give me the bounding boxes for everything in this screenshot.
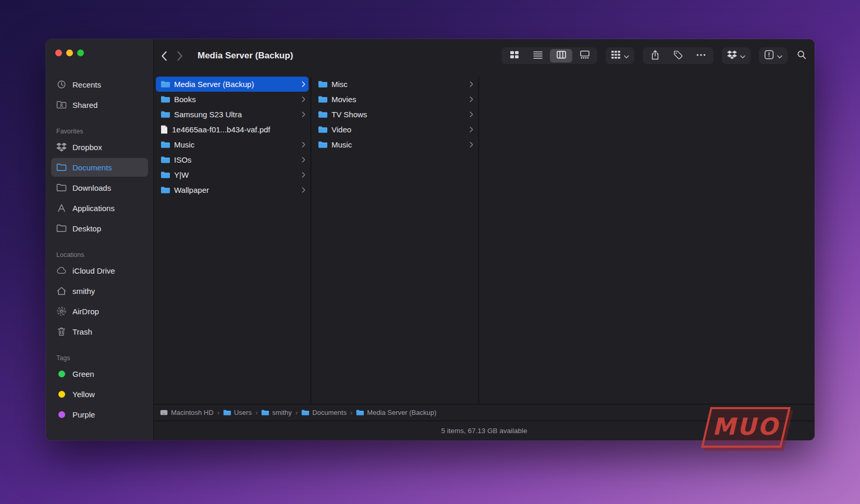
column-view-button[interactable]	[550, 49, 572, 63]
icon-view-button[interactable]	[503, 49, 525, 63]
minimize-window-button[interactable]	[66, 50, 73, 56]
file-row-samsung-s23-ultra[interactable]: Samsung S23 Ultra	[156, 107, 309, 122]
dropbox-menu-button[interactable]	[722, 47, 751, 64]
file-row-y-w[interactable]: Y|W	[156, 167, 309, 182]
share-button[interactable]	[644, 49, 667, 63]
document-icon	[161, 125, 168, 134]
path-separator: ›	[252, 409, 261, 416]
finder-column-2: MiscMoviesTV ShowsVideoMusic	[311, 77, 479, 404]
sidebar-item-shared[interactable]: Shared	[51, 95, 148, 114]
chevron-right-icon	[302, 112, 305, 117]
path-segment-users[interactable]: Users	[223, 409, 252, 416]
window-controls	[51, 47, 148, 56]
file-row-media-server-backup[interactable]: Media Server (Backup)	[156, 77, 309, 92]
folder-icon	[318, 126, 327, 133]
group-icon	[611, 50, 621, 62]
dropbox-icon	[56, 142, 67, 152]
folder-icon	[161, 80, 170, 88]
more-options-button[interactable]	[690, 49, 712, 63]
chevron-down-icon	[777, 51, 782, 60]
chevron-right-icon	[302, 157, 305, 163]
folder-icon	[161, 186, 170, 194]
muo-watermark: MUO	[706, 407, 786, 448]
file-row-tv-shows[interactable]: TV Shows	[313, 107, 476, 122]
sidebar-item-label: iCloud Drive	[72, 266, 115, 275]
folder-icon	[261, 409, 269, 416]
file-row-movies[interactable]: Movies	[313, 92, 476, 107]
chevron-right-icon	[302, 81, 305, 87]
path-separator: ›	[214, 409, 223, 416]
folder-icon	[318, 141, 327, 149]
folder-icon	[161, 95, 170, 103]
group-button[interactable]	[606, 47, 634, 64]
sidebar-item-dropbox[interactable]: Dropbox	[51, 138, 148, 156]
zoom-window-button[interactable]	[77, 50, 84, 56]
path-segment-smithy[interactable]: smithy	[261, 409, 292, 416]
gallery-view-button[interactable]	[573, 49, 596, 63]
file-row-wallpaper[interactable]: Wallpaper	[156, 182, 309, 198]
main-area: Media Server (Backup)	[154, 39, 815, 440]
file-row-books[interactable]: Books	[156, 92, 309, 107]
sidebar-item-label: Documents	[72, 163, 112, 172]
sidebar-item-purple[interactable]: Purple	[51, 405, 148, 424]
search-button[interactable]	[797, 50, 806, 62]
file-name: Media Server (Backup)	[174, 80, 298, 89]
file-row-misc[interactable]: Misc	[313, 77, 476, 92]
folder-icon	[161, 171, 170, 179]
path-segment-label: Media Server (Backup)	[367, 409, 436, 416]
sidebar-item-label: Trash	[72, 327, 92, 336]
back-button[interactable]	[161, 51, 167, 61]
forward-button[interactable]	[177, 51, 183, 61]
sidebar-item-label: Shared	[72, 101, 97, 109]
sidebar-item-smithy[interactable]: smithy	[51, 281, 148, 300]
file-name: ISOs	[174, 155, 298, 164]
sidebar-item-label: Yellow	[72, 390, 95, 399]
sidebar-item-documents[interactable]: Documents	[51, 158, 148, 177]
path-segment-label: Users	[234, 409, 252, 416]
sidebar-item-yellow[interactable]: Yellow	[51, 385, 148, 403]
file-row-music[interactable]: Music	[313, 137, 476, 152]
disk-icon	[160, 409, 168, 416]
navigation-buttons	[161, 51, 183, 61]
file-row-music[interactable]: Music	[156, 137, 309, 152]
tags-button[interactable]	[667, 49, 690, 63]
status-text: 5 items, 67.13 GB available	[441, 427, 527, 435]
folder-outline-icon	[56, 183, 67, 192]
file-name: Y|W	[174, 170, 298, 179]
sidebar-item-applications[interactable]: Applications	[51, 199, 148, 217]
finder-column-1: Media Server (Backup)BooksSamsung S23 Ul…	[154, 77, 311, 404]
chevron-right-icon	[302, 142, 305, 147]
folder-icon	[318, 80, 327, 88]
cloud-icon	[56, 266, 67, 275]
sidebar-item-airdrop[interactable]: AirDrop	[51, 302, 148, 321]
sidebar-item-icloud-drive[interactable]: iCloud Drive	[51, 261, 148, 280]
chevron-right-icon	[470, 81, 473, 87]
sidebar-item-desktop[interactable]: Desktop	[51, 219, 148, 238]
sidebar-item-recents[interactable]: Recents	[51, 75, 148, 94]
file-row-1e4665aa-f01-b434-vaf-pdf[interactable]: 1e4665aa-f01...b434-vaf.pdf	[156, 122, 309, 137]
airdrop-icon	[56, 306, 67, 316]
sidebar-item-downloads[interactable]: Downloads	[51, 178, 148, 197]
file-name: Misc	[331, 80, 465, 89]
dropbox-icon	[727, 50, 737, 62]
folder-icon	[356, 409, 364, 416]
file-row-isos[interactable]: ISOs	[156, 152, 309, 167]
chevron-right-icon	[302, 96, 305, 102]
sidebar-item-trash[interactable]: Trash	[51, 322, 148, 341]
sidebar-item-green[interactable]: Green	[51, 364, 148, 383]
share-icon	[650, 50, 660, 62]
path-segment-documents[interactable]: Documents	[301, 409, 347, 416]
file-name: Books	[174, 95, 298, 104]
grid-view-icon	[510, 51, 519, 61]
path-segment-media-server-backup[interactable]: Media Server (Backup)	[356, 409, 436, 416]
sidebar-item-label: Green	[72, 370, 94, 378]
app-badge-menu-button[interactable]	[759, 47, 788, 64]
home-icon	[56, 286, 67, 296]
file-row-video[interactable]: Video	[313, 122, 476, 137]
app-badge-icon	[764, 50, 774, 62]
path-segment-macintosh-hd[interactable]: Macintosh HD	[160, 409, 214, 416]
tag-circle-icon	[56, 391, 67, 398]
list-view-button[interactable]	[526, 49, 549, 63]
sidebar-item-label: Desktop	[72, 224, 101, 233]
close-window-button[interactable]	[55, 50, 62, 56]
